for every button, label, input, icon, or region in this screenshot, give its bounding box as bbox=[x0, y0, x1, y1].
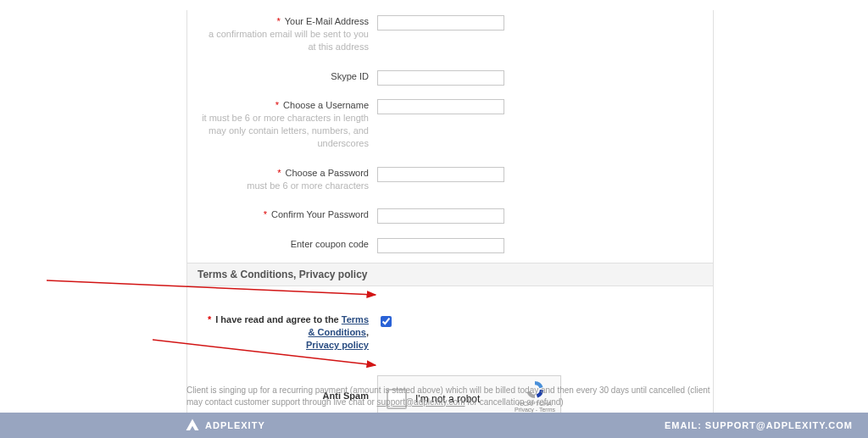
password-field[interactable] bbox=[377, 167, 504, 182]
required-mark: * bbox=[275, 100, 279, 110]
row-terms-agree: * I have read and agree to the Terms & C… bbox=[187, 308, 713, 363]
disclaimer-email-link[interactable]: support@adplexity.com bbox=[377, 397, 465, 407]
required-mark: * bbox=[277, 16, 281, 26]
email-label: Your E-Mail Address bbox=[285, 16, 369, 26]
disclaimer-post: for cancellation or refund) bbox=[467, 397, 563, 407]
footer-email: EMAIL: SUPPORT@ADPLEXITY.COM bbox=[665, 420, 853, 430]
footer-brand: ADPLEXITY bbox=[185, 418, 265, 433]
footer-email-label: EMAIL: bbox=[665, 420, 705, 430]
required-mark: * bbox=[277, 168, 281, 178]
row-password: * Choose a Password must be 6 or more ch… bbox=[187, 162, 713, 204]
email-field[interactable] bbox=[377, 15, 504, 30]
confirm-field[interactable] bbox=[377, 208, 504, 224]
footer-email-value: SUPPORT@ADPLEXITY.COM bbox=[705, 420, 853, 430]
coupon-label: Enter coupon code bbox=[291, 239, 369, 249]
required-mark: * bbox=[208, 314, 211, 324]
row-confirm: * Confirm Your Password bbox=[187, 203, 713, 233]
username-field[interactable] bbox=[377, 99, 504, 114]
row-coupon: Enter coupon code bbox=[187, 233, 713, 263]
password-hint: must be 6 or more characters bbox=[199, 180, 369, 192]
email-hint: a confirmation email will be sent to you… bbox=[199, 28, 369, 53]
row-username: * Choose a Username it must be 6 or more… bbox=[187, 94, 713, 161]
confirm-label: Confirm Your Password bbox=[271, 209, 369, 219]
disclaimer-text: Client is singing up for a recurring pay… bbox=[186, 385, 712, 408]
signup-form: * Your E-Mail Address a confirmation ema… bbox=[186, 10, 714, 438]
row-skype: Skype ID bbox=[187, 65, 713, 95]
row-email: * Your E-Mail Address a confirmation ema… bbox=[187, 10, 713, 65]
footer-brand-text: ADPLEXITY bbox=[205, 420, 265, 430]
coupon-field[interactable] bbox=[377, 238, 504, 253]
page-footer: ADPLEXITY EMAIL: SUPPORT@ADPLEXITY.COM bbox=[0, 413, 868, 438]
terms-section-header: Terms & Conditions, Privacy policy bbox=[187, 263, 713, 286]
terms-agree-prefix: I have read and agree to the bbox=[215, 314, 342, 324]
skype-field[interactable] bbox=[377, 70, 504, 86]
terms-sep: , bbox=[366, 327, 369, 337]
skype-label: Skype ID bbox=[331, 71, 369, 81]
required-mark: * bbox=[264, 209, 267, 219]
password-label: Choose a Password bbox=[286, 168, 369, 178]
username-label: Choose a Username bbox=[283, 100, 369, 110]
privacy-link[interactable]: Privacy policy bbox=[306, 340, 369, 350]
username-hint: it must be 6 or more characters in lengt… bbox=[199, 112, 369, 150]
brand-logo-icon bbox=[185, 418, 200, 433]
terms-checkbox[interactable] bbox=[381, 316, 392, 327]
